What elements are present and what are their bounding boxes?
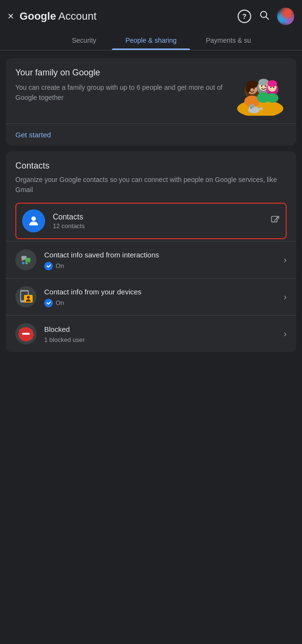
svg-point-14 — [261, 85, 263, 87]
tab-security[interactable]: Security — [2, 31, 102, 50]
svg-point-25 — [252, 104, 254, 108]
list-item-interactions[interactable]: Contact info saved from interactions On … — [6, 241, 296, 278]
blocked-item-text: Blocked 1 blocked user — [44, 324, 276, 343]
title-google: Google — [20, 10, 56, 22]
interactions-icon — [15, 249, 36, 270]
svg-point-8 — [250, 88, 251, 90]
svg-point-19 — [267, 80, 277, 87]
contacts-item-title: Contacts — [53, 213, 263, 221]
chevron-icon: › — [284, 292, 287, 302]
family-card-top: Your family on Google You can create a f… — [15, 68, 287, 116]
family-card-inner: Your family on Google You can create a f… — [6, 58, 296, 146]
tab-security-label: Security — [72, 36, 97, 44]
tab-bar: Security People & sharing Payments & su — [0, 31, 302, 50]
tab-payments-label: Payments & su — [206, 36, 251, 44]
chevron-icon: › — [284, 329, 287, 339]
close-button[interactable]: × — [8, 11, 14, 22]
svg-rect-32 — [25, 258, 31, 262]
svg-point-34 — [22, 262, 24, 264]
contacts-icon — [22, 209, 45, 232]
interactions-item-text: Contact info saved from interactions On — [44, 250, 276, 270]
devices-status-label: On — [56, 299, 64, 306]
blocked-title: Blocked — [44, 324, 276, 334]
family-card: Your family on Google You can create a f… — [6, 58, 296, 146]
svg-point-15 — [265, 85, 266, 87]
list-item-blocked[interactable]: Blocked 1 blocked user › — [6, 315, 296, 352]
svg-point-26 — [251, 108, 252, 109]
avatar-image — [277, 8, 294, 25]
svg-point-40 — [27, 296, 30, 299]
help-button[interactable]: ? — [238, 10, 251, 23]
blocked-icon — [15, 323, 36, 344]
devices-title: Contact info from your devices — [44, 287, 276, 297]
contacts-section-desc: Organize your Google contacts so you can… — [15, 175, 287, 195]
interactions-check-icon — [44, 262, 53, 270]
tab-payments[interactable]: Payments & su — [200, 31, 300, 50]
interactions-title: Contact info saved from interactions — [44, 250, 276, 260]
search-button[interactable] — [259, 10, 269, 23]
app-header: × Google Account ? — [0, 0, 302, 31]
svg-rect-43 — [22, 333, 30, 335]
svg-point-35 — [25, 262, 28, 264]
tab-people-sharing-label: People & sharing — [125, 36, 177, 44]
interactions-status-label: On — [56, 262, 64, 269]
header-icons: ? — [238, 8, 294, 25]
main-content: Your family on Google You can create a f… — [0, 50, 302, 360]
page-title: Google Account — [20, 10, 232, 23]
devices-status: On — [44, 299, 276, 307]
external-link-icon — [270, 215, 280, 227]
family-description: You can create a family group with up to… — [15, 83, 228, 103]
avatar[interactable] — [277, 8, 294, 25]
svg-point-27 — [31, 217, 36, 221]
contacts-item[interactable]: Contacts 12 contacts — [15, 203, 287, 239]
blocked-subtitle: 1 blocked user — [44, 336, 85, 343]
devices-icon — [15, 286, 36, 307]
get-started-button[interactable]: Get started — [15, 124, 287, 146]
tab-people-sharing[interactable]: People & sharing — [102, 31, 200, 50]
svg-point-13 — [258, 79, 269, 85]
contacts-item-subtitle: 12 contacts — [53, 222, 263, 230]
contacts-item-text: Contacts 12 contacts — [53, 213, 263, 230]
contacts-section: Contacts Organize your Google contacts s… — [6, 151, 296, 239]
devices-item-text: Contact info from your devices On — [44, 287, 276, 307]
blocked-sub: 1 blocked user — [44, 336, 276, 343]
devices-check-icon — [44, 299, 53, 307]
title-rest: Account — [56, 10, 97, 22]
contacts-section-title: Contacts — [15, 161, 287, 171]
family-title: Your family on Google — [15, 68, 228, 78]
interactions-status: On — [44, 262, 276, 270]
family-text: Your family on Google You can create a f… — [15, 68, 228, 103]
list-item-devices[interactable]: Contact info from your devices On › — [6, 278, 296, 315]
family-illustration — [234, 68, 287, 116]
svg-point-9 — [254, 88, 255, 90]
contacts-card: Contacts Organize your Google contacts s… — [6, 151, 296, 352]
svg-point-20 — [270, 87, 272, 88]
svg-point-17 — [266, 93, 278, 103]
svg-line-1 — [266, 17, 268, 19]
svg-point-21 — [273, 87, 275, 88]
chevron-icon: › — [284, 255, 287, 265]
